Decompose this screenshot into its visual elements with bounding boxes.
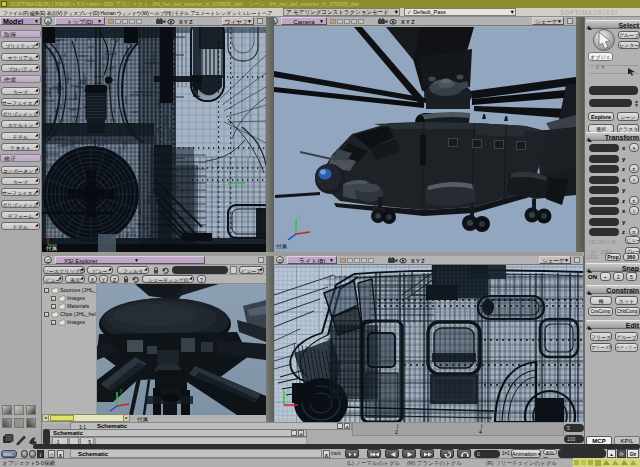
svg-text:y: y (287, 386, 290, 392)
svg-text:y: y (298, 213, 301, 219)
